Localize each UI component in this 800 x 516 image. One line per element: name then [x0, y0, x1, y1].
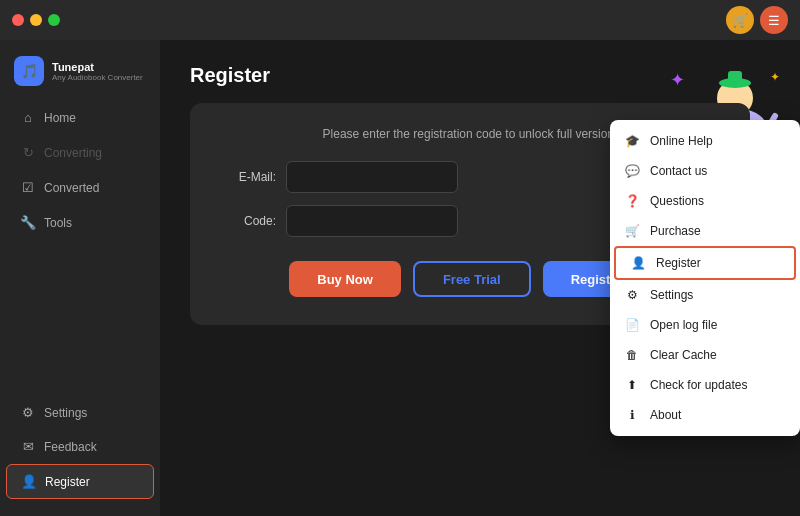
email-label: E-Mail:	[222, 170, 276, 184]
contact-icon: 💬	[624, 164, 640, 178]
about-icon: ℹ	[624, 408, 640, 422]
log-icon: 📄	[624, 318, 640, 332]
title-bar-actions: 🛒 ☰	[726, 6, 788, 34]
sidebar-label-home: Home	[44, 111, 76, 125]
maximize-button[interactable]	[48, 14, 60, 26]
converted-icon: ☑	[20, 180, 36, 195]
traffic-lights	[12, 14, 60, 26]
menu-item-check-updates[interactable]: ⬆ Check for updates	[610, 370, 800, 400]
menu-item-purchase[interactable]: 🛒 Purchase	[610, 216, 800, 246]
menu-item-questions[interactable]: ❓ Questions	[610, 186, 800, 216]
cache-icon: 🗑	[624, 348, 640, 362]
menu-label-contact-us: Contact us	[650, 164, 707, 178]
sidebar-item-feedback[interactable]: ✉ Feedback	[6, 430, 154, 463]
menu-item-register[interactable]: 👤 Register	[614, 246, 796, 280]
menu-label-questions: Questions	[650, 194, 704, 208]
dropdown-menu: 🎓 Online Help 💬 Contact us ❓ Questions 🛒…	[610, 120, 800, 436]
sidebar-nav: ⌂ Home ↻ Converting ☑ Converted 🔧 Tools …	[0, 100, 160, 508]
purchase-icon: 🛒	[624, 224, 640, 238]
sidebar-item-home[interactable]: ⌂ Home	[6, 101, 154, 134]
menu-label-settings: Settings	[650, 288, 693, 302]
converting-icon: ↻	[20, 145, 36, 160]
code-input[interactable]	[286, 205, 458, 237]
free-trial-button[interactable]: Free Trial	[413, 261, 531, 297]
sidebar-label-feedback: Feedback	[44, 440, 97, 454]
settings-menu-icon: ⚙	[624, 288, 640, 302]
sidebar-label-settings: Settings	[44, 406, 87, 420]
minimize-button[interactable]	[30, 14, 42, 26]
menu-button[interactable]: ☰	[760, 6, 788, 34]
menu-label-register: Register	[656, 256, 701, 270]
sidebar-label-tools: Tools	[44, 216, 72, 230]
sidebar-item-register[interactable]: 👤 Register	[6, 464, 154, 499]
menu-item-settings[interactable]: ⚙ Settings	[610, 280, 800, 310]
menu-item-about[interactable]: ℹ About	[610, 400, 800, 430]
logo-text: Tunepat Any Audiobook Converter	[52, 61, 143, 82]
svg-text:✦: ✦	[770, 70, 780, 84]
menu-item-contact-us[interactable]: 💬 Contact us	[610, 156, 800, 186]
buy-now-button[interactable]: Buy Now	[289, 261, 401, 297]
close-button[interactable]	[12, 14, 24, 26]
code-label: Code:	[222, 214, 276, 228]
menu-label-online-help: Online Help	[650, 134, 713, 148]
menu-item-clear-cache[interactable]: 🗑 Clear Cache	[610, 340, 800, 370]
main-layout: 🎵 Tunepat Any Audiobook Converter ⌂ Home…	[0, 40, 800, 516]
svg-text:✦: ✦	[670, 70, 685, 90]
feedback-icon: ✉	[20, 439, 36, 454]
sidebar: 🎵 Tunepat Any Audiobook Converter ⌂ Home…	[0, 40, 160, 516]
home-icon: ⌂	[20, 110, 36, 125]
logo-icon: 🎵	[14, 56, 44, 86]
svg-rect-4	[728, 71, 742, 85]
menu-label-clear-cache: Clear Cache	[650, 348, 717, 362]
sidebar-item-converted[interactable]: ☑ Converted	[6, 171, 154, 204]
online-help-icon: 🎓	[624, 134, 640, 148]
menu-label-about: About	[650, 408, 681, 422]
sidebar-label-register: Register	[45, 475, 90, 489]
menu-label-purchase: Purchase	[650, 224, 701, 238]
app-subtitle: Any Audiobook Converter	[52, 73, 143, 82]
sidebar-label-converting: Converting	[44, 146, 102, 160]
menu-label-open-log: Open log file	[650, 318, 717, 332]
menu-label-check-updates: Check for updates	[650, 378, 747, 392]
sidebar-item-converting: ↻ Converting	[6, 136, 154, 169]
email-input[interactable]	[286, 161, 458, 193]
sidebar-item-settings[interactable]: ⚙ Settings	[6, 396, 154, 429]
title-bar: 🛒 ☰	[0, 0, 800, 40]
app-logo: 🎵 Tunepat Any Audiobook Converter	[0, 48, 160, 100]
questions-icon: ❓	[624, 194, 640, 208]
app-title: Tunepat	[52, 61, 143, 73]
content-area: Register ✦ ♪	[160, 40, 800, 516]
register-menu-icon: 👤	[630, 256, 646, 270]
sidebar-item-tools[interactable]: 🔧 Tools	[6, 206, 154, 239]
menu-item-online-help[interactable]: 🎓 Online Help	[610, 126, 800, 156]
tools-icon: 🔧	[20, 215, 36, 230]
menu-item-open-log[interactable]: 📄 Open log file	[610, 310, 800, 340]
update-icon: ⬆	[624, 378, 640, 392]
sidebar-label-converted: Converted	[44, 181, 99, 195]
cart-button[interactable]: 🛒	[726, 6, 754, 34]
register-icon: 👤	[21, 474, 37, 489]
settings-icon: ⚙	[20, 405, 36, 420]
